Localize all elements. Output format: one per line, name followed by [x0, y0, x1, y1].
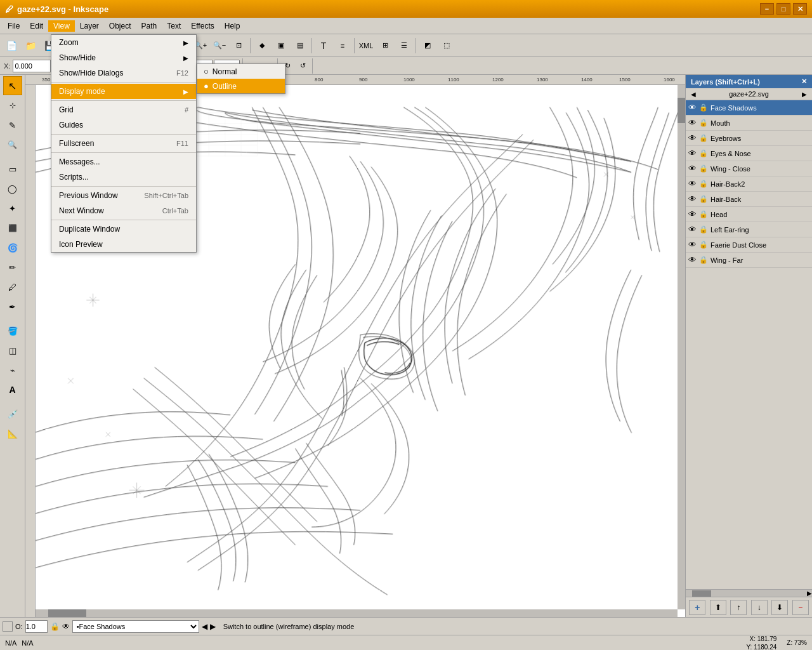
open-button[interactable]: 📁	[22, 37, 39, 55]
layer-row[interactable]: 👁 🔒 Left Ear-ring	[686, 222, 812, 237]
bucket-tool[interactable]: 🪣	[3, 321, 22, 340]
layer-delete-button[interactable]: −	[792, 600, 809, 615]
vertical-scrollbar[interactable]	[678, 85, 685, 609]
layer-visibility-icon[interactable]: 👁	[688, 179, 697, 189]
menu-path[interactable]: Path	[136, 20, 162, 32]
layer-row[interactable]: 👁 🔒 Eyebrows	[686, 131, 812, 146]
menu-effects[interactable]: Effects	[186, 20, 219, 32]
zoom-tool[interactable]: 🔍	[3, 135, 22, 154]
layer-dropdown[interactable]: •Face Shadows Mouth Eyebrows Eyes & Nose	[72, 620, 199, 633]
layer-visibility-icon[interactable]: 👁	[688, 149, 697, 158]
menu-display-mode[interactable]: Display mode	[51, 84, 196, 99]
menu-view[interactable]: View	[48, 20, 75, 32]
menu-previous-window[interactable]: Previous Window Shift+Ctrl+Tab	[51, 188, 196, 203]
node-tool[interactable]: ⊹	[3, 96, 22, 115]
layer-row[interactable]: 👁 🔒 Hair-Back2	[686, 176, 812, 192]
pen-tool[interactable]: 🖊	[3, 277, 22, 296]
layer-visibility-icon[interactable]: 👁	[688, 240, 697, 249]
opacity-input[interactable]	[25, 620, 48, 633]
layer-lock-icon[interactable]: 🔒	[699, 119, 708, 127]
zoom-fit-button[interactable]: ⊡	[230, 37, 247, 55]
menu-next-window[interactable]: Next Window Ctrl+Tab	[51, 203, 196, 218]
layer-row[interactable]: 👁 🔒 Head	[686, 207, 812, 222]
new-button[interactable]: 📄	[3, 37, 20, 55]
layer-raise-button[interactable]: ↑	[730, 600, 747, 615]
menu-layer[interactable]: Layer	[75, 20, 104, 32]
layers-close-button[interactable]: ✕	[801, 77, 807, 86]
menu-show-hide[interactable]: Show/Hide	[51, 50, 196, 65]
layer-lower-button[interactable]: ↓	[751, 600, 768, 615]
eyedropper-tool[interactable]: 💉	[3, 404, 22, 423]
layer-nav-left[interactable]: ◀	[202, 622, 207, 631]
layer-row[interactable]: 👁 🔒 Hair-Back	[686, 192, 812, 207]
zoom-out-button[interactable]: 🔍−	[211, 37, 228, 55]
pencil-tool[interactable]: ✏	[3, 258, 22, 277]
rotate-ccw-button[interactable]: ↺	[296, 59, 310, 73]
menu-grid[interactable]: Grid #	[51, 102, 196, 117]
gradient-tool[interactable]: ◫	[3, 341, 22, 360]
menu-duplicate-window[interactable]: Duplicate Window	[51, 222, 196, 237]
layers-scroll-end[interactable]: ▶	[807, 590, 812, 597]
star-tool[interactable]: ✦	[3, 199, 22, 218]
layer-add-button[interactable]: +	[689, 600, 705, 615]
layer-lock-icon[interactable]: 🔒	[699, 225, 708, 234]
layer-row[interactable]: 👁 🔒 Faerie Dust Close	[686, 237, 812, 253]
layer-row[interactable]: 👁 🔒 Wing - Far	[686, 253, 812, 268]
menu-file[interactable]: File	[3, 20, 25, 32]
layer-visibility-icon[interactable]: 👁	[688, 118, 697, 128]
layer-row[interactable]: 👁 🔒 Mouth	[686, 116, 812, 131]
xml-editor-button[interactable]: XML	[357, 37, 375, 55]
layer-row[interactable]: 👁 🔒 Eyes & Nose	[686, 146, 812, 161]
text-tool[interactable]: A	[3, 380, 22, 399]
close-button[interactable]: ✕	[793, 3, 807, 15]
menu-fullscreen[interactable]: Fullscreen F11	[51, 136, 196, 151]
menu-object[interactable]: Object	[104, 20, 136, 32]
menu-scripts[interactable]: Scripts...	[51, 169, 196, 185]
menu-text[interactable]: Text	[162, 20, 186, 32]
layer-lock-icon[interactable]: 🔒	[699, 210, 708, 218]
layers-scroll-left[interactable]: ◀	[691, 91, 696, 98]
layer-lock-icon[interactable]: 🔒	[699, 241, 708, 249]
layer-lock-icon[interactable]: 🔒	[699, 180, 708, 188]
measure-tool[interactable]: 📐	[3, 424, 22, 443]
align-button[interactable]: ≡	[334, 37, 351, 55]
layer-lower-to-bottom-button[interactable]: ⬇	[771, 600, 788, 615]
layer-raise-to-top-button[interactable]: ⬆	[710, 600, 726, 615]
layer-lock-icon[interactable]: 🔒	[699, 256, 708, 264]
text-button[interactable]: T	[315, 37, 332, 55]
layer-visibility-icon[interactable]: 👁	[688, 255, 697, 265]
layers-scroll-right[interactable]: ▶	[802, 91, 807, 98]
layer-visibility-icon[interactable]: 👁	[688, 133, 697, 143]
layer-visibility-icon[interactable]: 👁	[688, 103, 697, 112]
maximize-button[interactable]: □	[776, 3, 790, 15]
layer-visibility-icon[interactable]: 👁	[688, 209, 697, 219]
horizontal-scrollbar[interactable]	[36, 609, 678, 617]
tweak-tool[interactable]: ✎	[3, 116, 22, 135]
stroke-button[interactable]: ⬚	[438, 37, 455, 55]
objects-button[interactable]: ☰	[395, 37, 413, 55]
layer-nav-right[interactable]: ▶	[210, 622, 216, 631]
layer-visibility-icon[interactable]: 👁	[688, 164, 697, 173]
layer-lock-icon[interactable]: 🔒	[699, 134, 708, 142]
menu-edit[interactable]: Edit	[25, 20, 48, 32]
layer-row[interactable]: 👁 🔒 Wing - Close	[686, 161, 812, 176]
menu-messages[interactable]: Messages...	[51, 154, 196, 169]
rect-tool[interactable]: ▭	[3, 159, 22, 178]
menu-zoom[interactable]: Zoom	[51, 35, 196, 50]
node-button[interactable]: ◆	[253, 37, 271, 55]
menu-help[interactable]: Help	[219, 20, 246, 32]
display-outline[interactable]: ● Outline	[197, 79, 285, 93]
menu-guides[interactable]: Guides	[51, 117, 196, 133]
layer-lock-icon[interactable]: 🔒	[699, 149, 708, 157]
layer-lock-icon[interactable]: 🔒	[699, 195, 708, 203]
connector-tool[interactable]: ⌁	[3, 361, 22, 380]
calligraphy-tool[interactable]: ✒	[3, 297, 22, 316]
circle-tool[interactable]: ◯	[3, 179, 22, 198]
3d-box-tool[interactable]: ⬛	[3, 218, 22, 237]
layer-visibility-icon[interactable]: 👁	[688, 194, 697, 204]
menu-icon-preview[interactable]: Icon Preview	[51, 237, 196, 252]
layer-row[interactable]: 👁 🔒 Face Shadows	[686, 100, 812, 116]
spiral-tool[interactable]: 🌀	[3, 238, 22, 257]
layers-h-scroll[interactable]: ▶	[686, 589, 812, 597]
minimize-button[interactable]: −	[760, 3, 774, 15]
